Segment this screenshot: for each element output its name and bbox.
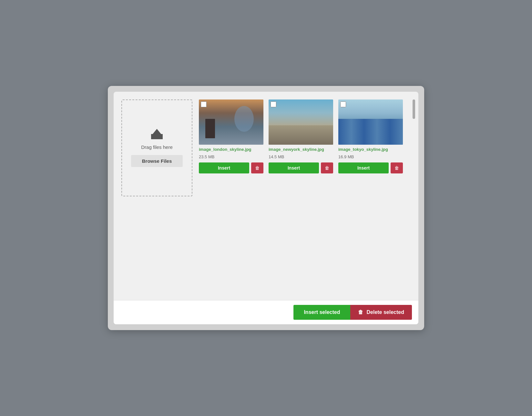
- file-actions-2: Insert 🗑: [269, 162, 333, 173]
- delete-button-3[interactable]: 🗑: [391, 162, 403, 173]
- delete-button-2[interactable]: 🗑: [321, 162, 333, 173]
- file-size-1: 23.5 MB: [199, 154, 263, 159]
- file-checkbox-2[interactable]: [271, 101, 276, 107]
- modal-footer: Insert selected 🗑 Delete selected: [114, 300, 418, 324]
- file-thumbnail-1: [199, 99, 263, 145]
- delete-selected-button[interactable]: 🗑 Delete selected: [350, 305, 412, 320]
- modal-content: Drag files here Browse Files image_londo…: [114, 92, 418, 300]
- insert-button-3[interactable]: Insert: [338, 162, 389, 173]
- file-checkbox-1[interactable]: [201, 101, 207, 107]
- insert-button-1[interactable]: Insert: [199, 162, 249, 173]
- file-name-1: image_london_skyline.jpg: [199, 147, 263, 152]
- scrollbar[interactable]: [413, 99, 415, 119]
- file-size-3: 16.9 MB: [338, 154, 403, 159]
- file-name-2: image_newyork_skyline.jpg: [269, 147, 333, 152]
- delete-selected-label: Delete selected: [366, 309, 404, 315]
- files-grid: image_london_skyline.jpg 23.5 MB Insert …: [199, 99, 412, 292]
- file-card-2: image_newyork_skyline.jpg 14.5 MB Insert…: [269, 99, 333, 173]
- file-thumb-wrapper-3: [338, 99, 403, 145]
- delete-button-1[interactable]: 🗑: [251, 162, 263, 173]
- file-actions-3: Insert 🗑: [338, 162, 403, 173]
- drag-text: Drag files here: [141, 144, 173, 150]
- trash-icon-large: 🗑: [358, 309, 363, 315]
- file-checkbox-3[interactable]: [340, 101, 346, 107]
- file-card: image_london_skyline.jpg 23.5 MB Insert …: [199, 99, 263, 173]
- modal-wrapper: Drag files here Browse Files image_londo…: [108, 86, 424, 330]
- browse-files-button[interactable]: Browse Files: [131, 155, 183, 167]
- file-actions-1: Insert 🗑: [199, 162, 263, 173]
- file-thumbnail-2: [269, 99, 333, 145]
- file-card-3: image_tokyo_skyline.jpg 16.9 MB Insert 🗑: [338, 99, 403, 173]
- upload-dropzone[interactable]: Drag files here Browse Files: [121, 99, 192, 196]
- file-thumb-wrapper-2: [269, 99, 333, 145]
- modal-inner: Drag files here Browse Files image_londo…: [114, 92, 418, 324]
- insert-selected-button[interactable]: Insert selected: [293, 305, 350, 320]
- file-size-2: 14.5 MB: [269, 154, 333, 159]
- upload-icon: [151, 129, 163, 139]
- file-name-3: image_tokyo_skyline.jpg: [338, 147, 403, 152]
- file-thumb-wrapper-1: [199, 99, 263, 145]
- file-thumbnail-3: [338, 99, 403, 145]
- insert-button-2[interactable]: Insert: [269, 162, 319, 173]
